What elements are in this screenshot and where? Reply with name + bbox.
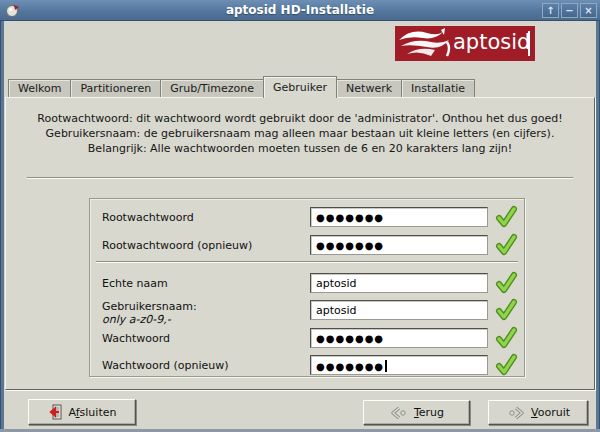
password-label: Wachtwoord (102, 332, 170, 345)
username-field[interactable]: aptosid (310, 300, 488, 320)
tab-grub-timezone[interactable]: Grub/Timezone (160, 79, 264, 98)
exit-door-icon (48, 404, 64, 420)
forward-button-label: Vooruit (531, 406, 570, 419)
aptosid-logo: aptosid (395, 26, 535, 61)
quit-button-label: Afsluiten (69, 406, 117, 419)
minimize-icon[interactable]: − (561, 3, 578, 18)
username-label-main: Gebruikersnaam: (102, 300, 197, 313)
separator (96, 261, 518, 263)
installer-window: aptosid HD-Installatie ↑ − × aptosid Wel… (0, 0, 600, 432)
tab-bar: Welkom Partitioneren Grub/Timezone Gebru… (8, 76, 474, 98)
valid-check-icon (494, 353, 518, 377)
titlebar[interactable]: aptosid HD-Installatie ↑ − × (0, 0, 600, 21)
realname-label: Echte naam (102, 277, 168, 290)
window-title: aptosid HD-Installatie (0, 3, 600, 17)
instruction-line-1: Rootwachtwoord: dit wachtwoord wordt geb… (6, 111, 594, 126)
aptosid-swirl-icon (397, 26, 457, 61)
maximize-icon[interactable]: ↑ (542, 3, 559, 18)
valid-check-icon (494, 205, 518, 229)
instruction-line-3: Belangrijk: Alle wachtwoorden moeten tus… (6, 141, 594, 156)
instruction-line-2: Gebruikersnaam: de gebruikersnaam mag al… (6, 126, 594, 141)
rootpassword-repeat-field[interactable]: ●●●●●●● (310, 235, 488, 255)
chevron-right-icon (506, 406, 526, 420)
window-border-right (596, 21, 600, 429)
password-field[interactable]: ●●●●●●● (310, 328, 488, 348)
tab-gebruiker[interactable]: Gebruiker (263, 76, 337, 98)
realname-field[interactable]: aptosid (310, 273, 488, 293)
quit-button[interactable]: Afsluiten (28, 399, 136, 425)
user-form-groupbox: Rootwachtwoord ●●●●●●● Rootwachtwoord (o… (89, 198, 525, 377)
close-icon[interactable]: × (580, 3, 597, 18)
tab-installatie[interactable]: Installatie (401, 79, 475, 98)
rootpassword-field[interactable]: ●●●●●●● (310, 207, 488, 227)
chevron-left-icon (389, 406, 409, 420)
username-label: Gebruikersnaam: only a-z0-9,- (102, 300, 197, 326)
password-repeat-value: ●●●●●●● (316, 361, 384, 372)
forward-button[interactable]: Vooruit (488, 400, 588, 425)
rootpassword-repeat-label: Rootwachtwoord (opnieuw) (102, 239, 252, 252)
text-caret (385, 360, 387, 372)
password-repeat-field[interactable]: ●●●●●●● (310, 355, 488, 375)
window-border-left (0, 21, 4, 429)
tab-partitioneren[interactable]: Partitioneren (70, 79, 161, 98)
logo-text: aptosid (453, 30, 530, 54)
valid-check-icon (494, 271, 518, 295)
password-repeat-label: Wachtwoord (opnieuw) (102, 359, 229, 372)
tab-netwerk[interactable]: Netwerk (336, 79, 402, 98)
rootpassword-label: Rootwachtwoord (102, 211, 194, 224)
tab-content-panel: Rootwachtwoord: dit wachtwoord wordt geb… (5, 97, 595, 390)
tab-welkom[interactable]: Welkom (8, 79, 71, 98)
back-button-label: Terug (414, 406, 444, 419)
valid-check-icon (494, 298, 518, 322)
instructions-text: Rootwachtwoord: dit wachtwoord wordt geb… (6, 111, 594, 156)
username-label-hint: only a-z0-9,- (102, 313, 197, 326)
logo-bar (528, 31, 530, 56)
valid-check-icon (494, 233, 518, 257)
back-button[interactable]: Terug (363, 400, 470, 425)
separator (27, 177, 573, 179)
valid-check-icon (494, 326, 518, 350)
